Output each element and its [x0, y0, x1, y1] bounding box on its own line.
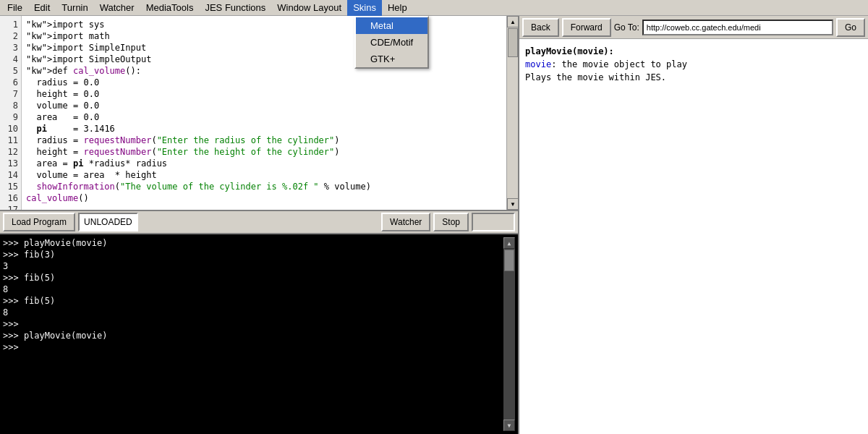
console-line: >>> fib(3) — [3, 249, 503, 260]
left-panel: 1234567891011121314151617181920212223 "k… — [0, 16, 519, 434]
console-line: 8 — [3, 307, 503, 318]
console-line: 3 — [3, 260, 503, 272]
menu-item-mediatools[interactable]: MediaTools — [140, 0, 200, 16]
editor-area: 1234567891011121314151617181920212223 "k… — [0, 16, 518, 211]
skins-menu-item-gtk[interactable]: GTK+ — [356, 51, 427, 67]
load-status: UNLOADED — [78, 213, 138, 231]
console-content: >>> playMovie(movie)>>> fib(3)3>>> fib(5… — [3, 237, 503, 431]
help-title: playMovie(movie): — [525, 45, 862, 58]
menu-item-jes-functions[interactable]: JES Functions — [199, 0, 271, 16]
console-line: >>> — [3, 341, 503, 353]
stop-button[interactable]: Stop — [433, 213, 469, 231]
right-panel: Back Forward Go To: Go playMovie(movie):… — [519, 16, 868, 434]
skins-menu-item-metal[interactable]: Metal — [356, 17, 427, 34]
menu-item-file[interactable]: File — [1, 0, 28, 16]
load-program-button[interactable]: Load Program — [3, 213, 75, 231]
console-line: >>> fib(5) — [3, 272, 503, 284]
menu-item-watcher[interactable]: Watcher — [94, 0, 140, 16]
menu-item-edit[interactable]: Edit — [28, 0, 56, 16]
console-thumb[interactable] — [504, 250, 514, 271]
scroll-thumb[interactable] — [508, 28, 518, 57]
menu-item-window-layout[interactable]: Window Layout — [271, 0, 347, 16]
code-content[interactable]: "kw">import sys"kw">import math"kw">impo… — [22, 16, 506, 210]
main-container: 1234567891011121314151617181920212223 "k… — [0, 16, 868, 434]
forward-button[interactable]: Forward — [562, 18, 611, 37]
console-line: >>> — [3, 318, 503, 330]
menu-item-skins[interactable]: Skins — [347, 0, 382, 16]
console-line: >>> playMovie(movie) — [3, 237, 503, 249]
browser-toolbar: Back Forward Go To: Go — [519, 16, 868, 39]
goto-label: Go To: — [614, 22, 639, 33]
skins-menu-item-cde-motif[interactable]: CDE/Motif — [356, 34, 427, 51]
line-numbers: 1234567891011121314151617181920212223 — [0, 16, 22, 210]
console-scroll-down[interactable]: ▼ — [503, 420, 515, 431]
go-button[interactable]: Go — [836, 18, 865, 37]
watcher-button[interactable]: Watcher — [381, 213, 430, 231]
editor-scrollbar[interactable]: ▲ ▼ — [506, 16, 518, 210]
menu-item-turnin[interactable]: Turnin — [56, 0, 93, 16]
skins-dropdown: MetalCDE/MotifGTK+ — [354, 16, 429, 69]
console-area[interactable]: >>> playMovie(movie)>>> fib(3)3>>> fib(5… — [0, 234, 518, 434]
help-param-line: movie: the movie object to play — [525, 58, 862, 71]
scroll-down-btn[interactable]: ▼ — [507, 198, 518, 210]
address-input[interactable] — [642, 20, 833, 35]
console-scroll-up[interactable]: ▲ — [503, 237, 515, 249]
menubar: FileEditTurninWatcherMediaToolsJES Funct… — [0, 0, 868, 16]
browser-content: playMovie(movie): movie: the movie objec… — [519, 39, 868, 434]
extra-control — [472, 213, 515, 231]
scroll-up-btn[interactable]: ▲ — [507, 16, 518, 27]
console-line: >>> playMovie(movie) — [3, 330, 503, 341]
help-body: Plays the movie within JES. — [525, 71, 862, 84]
toolbar-area: Load Program UNLOADED Watcher Stop — [0, 211, 518, 234]
console-line: >>> fib(5) — [3, 295, 503, 307]
menu-item-help[interactable]: Help — [382, 0, 413, 16]
back-button[interactable]: Back — [522, 18, 559, 37]
console-scrollbar[interactable]: ▲ ▼ — [503, 237, 515, 431]
console-line: 8 — [3, 284, 503, 295]
